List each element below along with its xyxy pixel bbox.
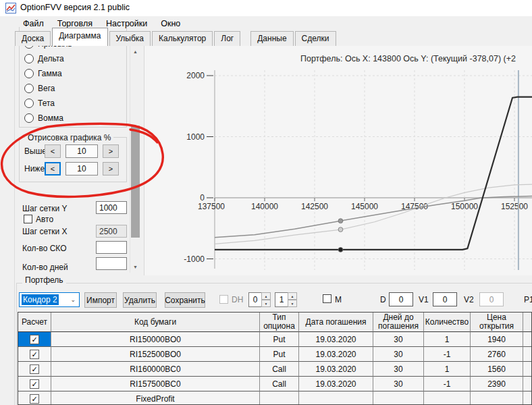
table-cell[interactable]: RI160000BC0 [51, 362, 260, 377]
table-cell[interactable] [523, 392, 532, 405]
table-cell[interactable]: 1 [424, 332, 471, 347]
radio-row-Гамма[interactable]: Гамма [24, 69, 72, 78]
table-cell[interactable] [523, 377, 532, 392]
table-cell[interactable]: 1 [424, 362, 471, 377]
decrease-button[interactable]: < [45, 144, 61, 158]
grid-x-label: Шаг сетки X [22, 227, 67, 236]
table-cell[interactable]: 30 [373, 347, 424, 362]
table-row[interactable]: ✓RI150000BO0Put19.03.20203011940 [18, 332, 531, 347]
dh-spinner-1[interactable]: 0 ▲▼ [248, 292, 271, 307]
radio-row-Дельта[interactable]: Дельта [24, 54, 72, 63]
tab-7[interactable]: Сделки [295, 31, 336, 46]
tab-6[interactable]: Данные [250, 31, 293, 46]
table-cell[interactable] [299, 392, 373, 405]
v1-label: V1 [419, 295, 429, 304]
table-cell[interactable]: 19.03.2020 [299, 332, 373, 347]
spinner1-up-icon[interactable]: ▲ [261, 292, 271, 300]
table-cell[interactable]: 1560 [471, 362, 523, 377]
increase-button[interactable]: > [103, 162, 119, 176]
spinner2-value[interactable]: 1 [275, 292, 288, 307]
row-calc-cell[interactable]: ✓ [18, 347, 51, 362]
table-cell[interactable]: 30 [373, 377, 424, 392]
table-cell[interactable] [523, 332, 532, 347]
table-cell[interactable]: FixedProfit [51, 392, 260, 405]
v1-field[interactable]: 0 [433, 292, 457, 306]
scroll-down-icon[interactable]: ▼ [130, 261, 140, 273]
table-cell[interactable]: -1 [424, 347, 471, 362]
row-calc-cell[interactable]: ✓ [18, 362, 51, 377]
table-row[interactable]: ✓RI152500BO0Put19.03.202030-12760 [18, 347, 531, 362]
m-checkbox[interactable] [323, 294, 331, 303]
row-checkbox[interactable]: ✓ [30, 364, 39, 374]
d-field[interactable]: 0 [389, 292, 413, 306]
radio-row-Вомма[interactable]: Вомма [24, 113, 72, 123]
table-cell[interactable]: 30 [373, 362, 424, 377]
radio-row-Тета[interactable]: Тета [24, 99, 72, 108]
percent-field[interactable]: 10 [65, 144, 98, 158]
table-cell[interactable]: 1940 [471, 332, 523, 347]
tab-4[interactable]: Калькулятор [152, 31, 213, 46]
table-cell[interactable]: 2390 [471, 377, 523, 392]
auto-checkbox[interactable] [24, 215, 32, 223]
sko-input[interactable] [96, 241, 127, 254]
table-cell[interactable]: 2760 [471, 347, 523, 362]
tab-2[interactable]: Диаграмма [52, 28, 107, 46]
table-cell[interactable]: Put [260, 347, 299, 362]
table-cell[interactable]: 19.03.2020 [299, 347, 373, 362]
positions-table[interactable]: РасчетКод бумагиТип опционаДата погашени… [18, 312, 532, 405]
percent-field[interactable]: 10 [65, 162, 98, 176]
table-row[interactable]: ✓RI160000BC0Call19.03.20203011560 [18, 362, 531, 377]
radio-row-Вега[interactable]: Вега [24, 84, 72, 93]
row-calc-cell[interactable]: ✓ [18, 392, 51, 405]
row-checkbox[interactable]: ✓ [30, 335, 39, 344]
grid-y-input[interactable]: 1000 [96, 201, 127, 214]
scroll-up-icon[interactable]: ▲ [130, 46, 140, 57]
tabpage-left-border [14, 46, 15, 405]
chevron-down-icon[interactable]: ⌄ [70, 296, 76, 303]
increase-button[interactable]: > [103, 144, 119, 158]
title-bar: OptionFVV версия 2.1 public [0, 0, 532, 16]
table-cell[interactable]: 19.03.2020 [299, 377, 373, 392]
table-cell[interactable] [373, 392, 424, 405]
table-cell[interactable]: 30 [373, 332, 424, 347]
table-cell[interactable]: 19.03.2020 [299, 362, 373, 377]
row-checkbox[interactable]: ✓ [30, 350, 39, 359]
portfolio-group-label: Портфель [22, 275, 66, 285]
table-cell[interactable] [523, 347, 532, 362]
spinner2-down-icon[interactable]: ▼ [288, 300, 297, 307]
delete-button[interactable]: Удалить [123, 292, 157, 308]
table-cell[interactable]: -1 [424, 377, 471, 392]
table-cell[interactable] [523, 362, 532, 377]
v2-field: 0 [479, 292, 504, 306]
payoff-chart[interactable]: 200010000-100013750014000014250014500014… [144, 46, 532, 275]
spinner1-value[interactable]: 0 [248, 292, 261, 307]
row-calc-cell[interactable]: ✓ [18, 332, 51, 347]
panel-scrollbar[interactable]: ▲ ▼ [130, 46, 140, 273]
spinner1-down-icon[interactable]: ▼ [261, 300, 271, 307]
table-cell[interactable]: RI152500BO0 [51, 347, 260, 362]
tab-5[interactable]: Лог [214, 31, 240, 46]
table-cell[interactable]: RI157500BC0 [51, 377, 260, 392]
scrollbar-thumb[interactable] [131, 126, 140, 238]
dh-spinner-2[interactable]: 1 ▲▼ [275, 292, 297, 307]
decrease-button[interactable]: < [45, 162, 61, 176]
tab-3[interactable]: Улыбка [109, 31, 151, 46]
table-cell[interactable] [424, 392, 471, 405]
row-checkbox[interactable]: ✓ [30, 379, 39, 389]
days-input[interactable] [96, 257, 127, 270]
table-cell[interactable] [260, 392, 299, 405]
table-cell[interactable]: RI150000BO0 [51, 332, 260, 347]
save-button[interactable]: Сохранить [165, 292, 205, 308]
tab-1[interactable]: Доска [15, 31, 51, 46]
table-cell[interactable]: Put [260, 332, 299, 347]
row-calc-cell[interactable]: ✓ [18, 377, 51, 392]
portfolio-combobox[interactable]: Кондор 2 ⌄ [19, 292, 80, 307]
table-cell[interactable] [471, 392, 523, 405]
row-checkbox[interactable]: ✓ [30, 394, 39, 404]
table-cell[interactable]: Call [260, 377, 299, 392]
table-row[interactable]: ✓RI157500BC0Call19.03.202030-12390 [18, 377, 531, 392]
table-cell[interactable]: Call [260, 362, 299, 377]
table-row[interactable]: ✓FixedProfit [18, 392, 531, 405]
import-button[interactable]: Импорт [84, 292, 117, 308]
spinner2-up-icon[interactable]: ▲ [288, 292, 297, 300]
